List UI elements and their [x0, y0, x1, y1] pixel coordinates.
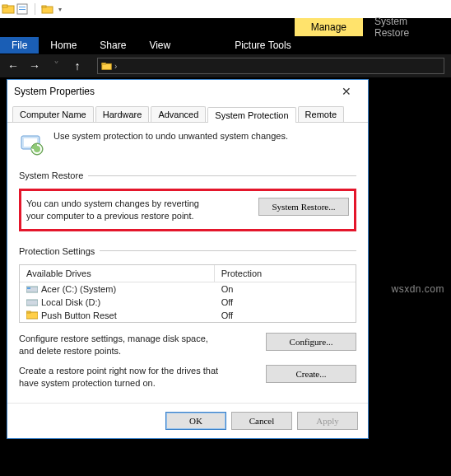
tab-remote[interactable]: Remote [298, 106, 345, 122]
svg-rect-14 [26, 300, 38, 306]
nav-up-icon[interactable]: ↑ [71, 59, 84, 72]
ribbon-context-title: System Restore [365, 18, 451, 36]
drives-list[interactable]: Available Drives Protection Acer (C:) (S… [19, 264, 356, 323]
group-system-restore: System Restore [19, 170, 356, 180]
drive-row[interactable]: Acer (C:) (System) On [20, 282, 356, 296]
drive-protection: On [215, 282, 356, 296]
svg-rect-13 [27, 287, 30, 289]
qat-new-folder-icon[interactable] [41, 2, 54, 16]
nav-forward-icon[interactable]: → [28, 59, 41, 72]
address-folder-icon [101, 60, 113, 72]
ribbon-tab-view[interactable]: View [137, 40, 182, 51]
system-restore-highlight: You can undo system changes by reverting… [19, 189, 356, 231]
drive-protection: Off [215, 309, 356, 322]
intro-text: Use system protection to undo unwanted s… [53, 131, 288, 141]
hdd-icon [26, 297, 38, 306]
group-protection-settings: Protection Settings [19, 246, 356, 256]
tab-system-protection[interactable]: System Protection [207, 107, 295, 123]
watermark-text: wsxdn.com [391, 283, 444, 295]
qat-properties-icon[interactable] [16, 2, 29, 16]
ribbon-context-tab-manage[interactable]: Manage [295, 18, 363, 36]
ribbon-tab-home[interactable]: Home [39, 40, 88, 51]
hdd-icon [26, 284, 38, 293]
system-restore-button[interactable]: System Restore... [258, 198, 349, 216]
nav-recent-icon[interactable]: ˅ [49, 59, 63, 72]
tab-computer-name[interactable]: Computer Name [12, 106, 94, 122]
explorer-nav-bar: ← → ˅ ↑ › [0, 54, 451, 77]
drive-name: Local Disk (D:) [41, 297, 100, 307]
drives-header-protection: Protection [215, 265, 356, 282]
dialog-title-text: System Properties [14, 86, 95, 97]
dialog-footer: OK Cancel Apply [7, 403, 368, 438]
qat-dropdown-icon[interactable]: ▾ [58, 6, 62, 13]
close-icon[interactable]: ✕ [332, 85, 361, 98]
svg-rect-6 [42, 6, 46, 7]
drive-row[interactable]: Push Button Reset Off [20, 309, 356, 322]
drives-header: Available Drives Protection [20, 265, 356, 282]
create-desc: Create a restore point right now for the… [19, 365, 225, 390]
ribbon-tab-share[interactable]: Share [88, 40, 137, 51]
tab-advanced[interactable]: Advanced [151, 106, 206, 122]
svg-rect-4 [19, 9, 26, 10]
drive-name: Push Button Reset [41, 310, 117, 320]
nav-back-icon[interactable]: ← [7, 59, 20, 72]
create-button[interactable]: Create... [266, 365, 356, 383]
configure-button[interactable]: Configure... [266, 333, 356, 351]
system-properties-dialog: System Properties ✕ Computer Name Hardwa… [7, 79, 369, 439]
system-restore-desc: You can undo system changes by reverting… [26, 198, 217, 222]
tab-hardware[interactable]: Hardware [95, 106, 150, 122]
dialog-titlebar[interactable]: System Properties ✕ [7, 80, 368, 103]
folder-app-icon [2, 2, 15, 16]
ribbon-tab-file[interactable]: File [0, 37, 39, 54]
drives-header-name: Available Drives [20, 265, 215, 282]
address-bar[interactable]: › [97, 58, 444, 74]
ribbon-tab-picture-tools[interactable]: Picture Tools [223, 40, 302, 51]
drive-protection: Off [215, 296, 356, 309]
cancel-button[interactable]: Cancel [231, 412, 292, 430]
dialog-body: Use system protection to undo unwanted s… [7, 123, 368, 403]
apply-button[interactable]: Apply [297, 412, 358, 430]
svg-rect-3 [19, 7, 26, 7]
folder-icon [26, 310, 38, 320]
system-protection-icon [19, 131, 45, 157]
ribbon-main-row: File Home Share View Picture Tools [0, 36, 451, 54]
drive-name: Acer (C:) (System) [41, 284, 116, 294]
drive-row[interactable]: Local Disk (D:) Off [20, 296, 356, 309]
ok-button[interactable]: OK [165, 412, 226, 430]
dialog-tabstrip: Computer Name Hardware Advanced System P… [7, 103, 368, 123]
ribbon-context-row: Manage System Restore [0, 18, 451, 36]
svg-rect-16 [26, 311, 30, 313]
svg-rect-8 [102, 63, 105, 65]
svg-rect-1 [2, 5, 7, 7]
configure-desc: Configure restore settings, manage disk … [19, 333, 225, 357]
